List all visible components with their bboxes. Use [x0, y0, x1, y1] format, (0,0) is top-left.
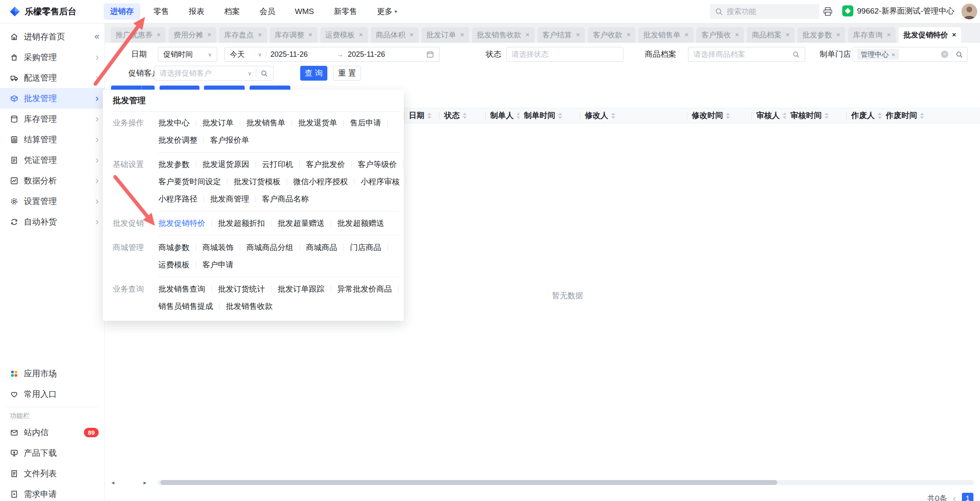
column-header-status[interactable]: 状态: [439, 108, 485, 123]
close-icon[interactable]: ×: [735, 31, 739, 39]
nav-item-jinxiaocun[interactable]: 进销存: [104, 3, 140, 20]
scroll-left-icon[interactable]: ◂: [111, 479, 114, 486]
sidebar-item-analytics[interactable]: 数据分析 ›: [0, 170, 104, 191]
close-icon[interactable]: ×: [684, 31, 688, 39]
menu-item[interactable]: 商城装饰: [202, 242, 246, 253]
sort-icon[interactable]: [463, 113, 467, 119]
product-select[interactable]: 请选择商品档案: [688, 47, 805, 62]
menu-item[interactable]: 小程序路径: [158, 194, 210, 204]
menu-item[interactable]: 客户申请: [202, 260, 234, 270]
menu-item[interactable]: 商城商品: [306, 242, 350, 253]
menu-item[interactable]: 客户批发价: [306, 159, 358, 170]
sidebar-item-inbox[interactable]: 站内信 89: [0, 422, 104, 443]
menu-item[interactable]: 售后申请: [350, 118, 394, 128]
menu-item[interactable]: 批发超额折扣: [218, 218, 278, 229]
menu-item[interactable]: 运费模板: [158, 260, 202, 270]
column-header-void-time[interactable]: 作废时间: [881, 108, 980, 123]
close-icon[interactable]: ×: [785, 31, 790, 39]
sidebar-item-app-market[interactable]: 应用市场: [0, 363, 104, 384]
sort-icon[interactable]: [920, 113, 924, 119]
sidebar-item-home[interactable]: 进销存首页 «: [0, 26, 104, 47]
sort-icon[interactable]: [427, 113, 431, 119]
menu-item[interactable]: 微信小程序授权: [293, 176, 361, 187]
menu-item[interactable]: 批发订货模板: [234, 176, 293, 187]
tab-product-archive[interactable]: 商品档案×: [747, 27, 795, 43]
sort-icon[interactable]: [611, 113, 615, 119]
menu-item[interactable]: 销售员销售提成: [158, 301, 226, 312]
reset-button[interactable]: 重 置: [333, 66, 361, 81]
close-icon[interactable]: ×: [576, 31, 580, 39]
store-switcher[interactable]: 99662-新界面测试-管理中心: [842, 5, 955, 16]
column-header-create-time[interactable]: 制单时间: [519, 108, 580, 123]
menu-item[interactable]: 批发退货原因: [202, 159, 262, 170]
close-icon[interactable]: ×: [887, 31, 891, 39]
menu-item[interactable]: 批发销售单: [246, 118, 298, 128]
menu-item[interactable]: 商城参数: [158, 242, 202, 253]
current-page[interactable]: 1: [962, 493, 973, 501]
prev-page-icon[interactable]: ‹: [953, 493, 956, 501]
search-icon[interactable]: [955, 51, 963, 58]
sort-icon[interactable]: [825, 113, 829, 119]
date-type-select[interactable]: 促销时间 ∨: [158, 47, 217, 62]
column-header-creator[interactable]: 制单人: [485, 108, 519, 123]
close-icon[interactable]: ×: [460, 31, 464, 39]
menu-item[interactable]: 商城商品分组: [246, 242, 306, 253]
tab-customer-settle[interactable]: 客户结算×: [537, 27, 585, 43]
column-header-voider[interactable]: 作废人: [846, 108, 881, 123]
menu-item[interactable]: 批发销售查询: [158, 284, 218, 295]
nav-item-lingshou[interactable]: 零售: [147, 3, 176, 20]
menu-item[interactable]: 批发商管理: [210, 194, 262, 204]
tab-customer-payment[interactable]: 客户收款×: [588, 27, 635, 43]
status-select[interactable]: 请选择状态: [506, 47, 623, 62]
menu-item[interactable]: 批发超额赠送: [337, 218, 384, 229]
nav-item-more[interactable]: 更多▾: [370, 3, 403, 20]
menu-item[interactable]: 客户要货时间设定: [158, 176, 234, 187]
user-avatar[interactable]: [961, 4, 977, 19]
column-header-auditor[interactable]: 审核人: [751, 108, 785, 123]
column-header-modify-time[interactable]: 修改时间: [687, 108, 751, 123]
close-icon[interactable]: ×: [836, 31, 840, 39]
remove-tag-icon[interactable]: ×: [892, 51, 895, 58]
close-icon[interactable]: ×: [308, 31, 313, 39]
nav-item-huiyuan[interactable]: 会员: [253, 3, 282, 20]
tab-wholesale-params[interactable]: 批发参数×: [797, 27, 845, 43]
sidebar-item-delivery[interactable]: 配送管理 ›: [0, 67, 104, 88]
tab-stock-query[interactable]: 库存查询×: [848, 27, 896, 43]
sidebar-item-product-download[interactable]: 产品下载: [0, 443, 104, 463]
close-icon[interactable]: ×: [157, 31, 161, 39]
close-icon[interactable]: ×: [952, 31, 956, 39]
tab-wholesale-promo-price[interactable]: 批发促销特价×: [899, 27, 961, 43]
close-icon[interactable]: ×: [258, 31, 262, 39]
tab-customer-prepaid[interactable]: 客户预收×: [696, 27, 744, 43]
menu-item[interactable]: 批发退货单: [298, 118, 350, 128]
search-icon[interactable]: [260, 70, 268, 77]
tab-stocktake[interactable]: 库存盘点×: [219, 27, 267, 43]
date-to-value[interactable]: 2025-11-26: [348, 50, 410, 59]
store-select[interactable]: 管理中心 × ×: [853, 47, 968, 62]
clear-icon[interactable]: ×: [941, 51, 948, 58]
menu-item[interactable]: 批发销售收款: [226, 301, 273, 312]
tab-coupon[interactable]: 推广优惠券×: [111, 27, 166, 43]
menu-item[interactable]: 云打印机: [262, 159, 306, 170]
search-icon[interactable]: [792, 51, 800, 58]
menu-item[interactable]: 批发订货统计: [218, 284, 278, 295]
close-icon[interactable]: ×: [526, 31, 530, 39]
tab-product-volume[interactable]: 商品体积×: [371, 27, 419, 43]
sort-icon[interactable]: [558, 113, 562, 119]
column-header-audit-time[interactable]: 审核时间: [785, 108, 846, 123]
sidebar-item-request[interactable]: 需求申请: [0, 484, 104, 501]
tab-stock-adjust[interactable]: 库存调整×: [270, 27, 317, 43]
menu-item[interactable]: 批发订单跟踪: [278, 284, 337, 295]
menu-item[interactable]: 批发价调整: [158, 135, 210, 146]
sidebar-item-favorites[interactable]: 常用入口: [0, 384, 104, 404]
menu-item[interactable]: 小程序审核: [361, 176, 412, 187]
sidebar-item-purchase[interactable]: 采购管理 ›: [0, 47, 104, 67]
sidebar-item-wholesale[interactable]: 批发管理 ›: [0, 88, 104, 109]
menu-item[interactable]: 批发参数: [158, 159, 202, 170]
sidebar-item-file-list[interactable]: 文件列表: [0, 463, 104, 484]
date-from-value[interactable]: 2025-11-26: [271, 50, 332, 59]
tab-wholesale-sale[interactable]: 批发销售单×: [638, 27, 693, 43]
scrollbar-thumb[interactable]: [160, 480, 777, 485]
sort-icon[interactable]: [783, 113, 785, 119]
query-button[interactable]: 查 询: [300, 66, 327, 81]
